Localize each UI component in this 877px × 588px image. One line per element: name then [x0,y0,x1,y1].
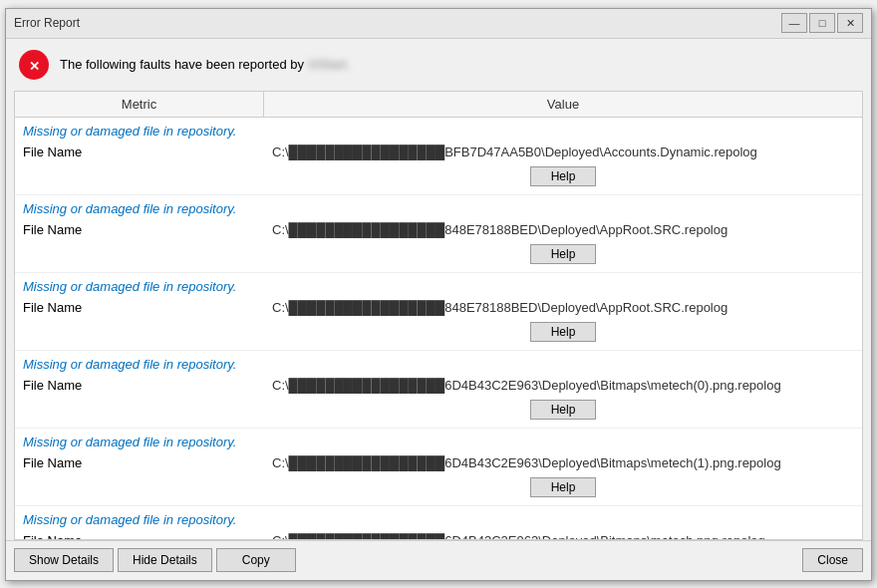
error-icon: ✕ [18,49,50,81]
header-message: The following faults have been reported … [60,57,350,72]
table-header: Metric Value [15,92,862,118]
fault-row: Missing or damaged file in repository. [15,195,862,219]
fault-value-empty [264,438,862,443]
window-title: Error Report [14,16,781,30]
help-row: Help [15,396,862,428]
error-report-window: Error Report — □ ✕ ✕ The following fault… [5,8,872,581]
help-button-3[interactable]: Help [530,400,597,420]
fault-label: Missing or damaged file in repository. [15,118,264,142]
error-section-5: Missing or damaged file in repository. F… [15,506,862,540]
help-cell: Help [264,396,862,428]
metric-label: File Name [15,142,264,162]
filename-row: File Name C:\█████████████████6D4B43C2E9… [15,375,862,396]
column-value: Value [264,92,862,117]
help-row: Help [15,473,862,505]
fault-row: Missing or damaged file in repository. [15,351,862,375]
help-spacer [15,162,264,194]
filename-row: File Name C:\█████████████████BFB7D47AA5… [15,142,862,162]
file-value: C:\█████████████████6D4B43C2E963\Deploye… [264,452,862,473]
minimize-button[interactable]: — [781,13,807,33]
help-cell: Help [264,162,862,194]
help-row: Help [15,240,862,272]
fault-row: Missing or damaged file in repository. [15,506,862,530]
svg-text:✕: ✕ [29,59,40,74]
filename-row: File Name C:\█████████████████6D4B43C2E9… [15,452,862,473]
fault-value-empty [264,515,862,521]
help-button-2[interactable]: Help [530,322,597,342]
metric-label: File Name [15,530,264,540]
metric-label: File Name [15,375,264,396]
title-bar: Error Report — □ ✕ [6,9,871,39]
file-value: C:\█████████████████848E78188BED\Deploye… [264,297,862,318]
help-spacer [15,396,264,428]
close-button[interactable]: ✕ [837,13,863,33]
close-footer-button[interactable]: Close [802,548,863,572]
help-button-4[interactable]: Help [530,477,597,497]
filename-row: File Name C:\█████████████████848E78188B… [15,297,862,318]
help-cell: Help [264,240,862,272]
help-spacer [15,240,264,272]
fault-value-empty [264,360,862,366]
metric-label: File Name [15,297,264,318]
error-section-3: Missing or damaged file in repository. F… [15,351,862,429]
help-spacer [15,318,264,350]
error-section-2: Missing or damaged file in repository. F… [15,273,862,351]
file-value: C:\█████████████████BFB7D47AA5B0\Deploye… [264,142,862,162]
fault-label: Missing or damaged file in repository. [15,506,264,530]
fault-label: Missing or damaged file in repository. [15,195,264,219]
help-button-0[interactable]: Help [530,166,597,186]
help-row: Help [15,162,862,194]
file-value: C:\█████████████████848E78188BED\Deploye… [264,219,862,240]
error-section-0: Missing or damaged file in repository. F… [15,118,862,195]
fault-label: Missing or damaged file in repository. [15,273,264,297]
copy-button[interactable]: Copy [216,548,296,572]
fault-label: Missing or damaged file in repository. [15,351,264,375]
fault-row: Missing or damaged file in repository. [15,429,862,452]
header-area: ✕ The following faults have been reporte… [6,39,871,91]
error-rows: Missing or damaged file in repository. F… [15,118,862,540]
filename-row: File Name C:\█████████████████6D4B43C2E9… [15,530,862,540]
hide-details-button[interactable]: Hide Details [118,548,212,572]
error-section-4: Missing or damaged file in repository. F… [15,429,862,506]
fault-value-empty [264,282,862,288]
help-button-1[interactable]: Help [530,244,597,264]
footer: Show Details Hide Details Copy Close [6,540,871,580]
column-metric: Metric [15,92,264,117]
fault-value-empty [264,204,862,210]
fault-row: Missing or damaged file in repository. [15,118,862,142]
fault-label: Missing or damaged file in repository. [15,429,264,452]
file-value: C:\█████████████████6D4B43C2E963\Deploye… [264,530,862,540]
metric-label: File Name [15,219,264,240]
window-controls: — □ ✕ [781,13,863,33]
help-cell: Help [264,473,862,505]
fault-row: Missing or damaged file in repository. [15,273,862,297]
metric-label: File Name [15,452,264,473]
help-cell: Help [264,318,862,350]
fault-value-empty [264,127,862,133]
help-row: Help [15,318,862,350]
error-table[interactable]: Metric Value Missing or damaged file in … [14,91,863,540]
help-spacer [15,473,264,505]
maximize-button[interactable]: □ [809,13,835,33]
show-details-button[interactable]: Show Details [14,548,114,572]
error-section-1: Missing or damaged file in repository. F… [15,195,862,273]
file-value: C:\█████████████████6D4B43C2E963\Deploye… [264,375,862,396]
filename-row: File Name C:\█████████████████848E78188B… [15,219,862,240]
reporter-name: ViStart. [308,57,350,72]
